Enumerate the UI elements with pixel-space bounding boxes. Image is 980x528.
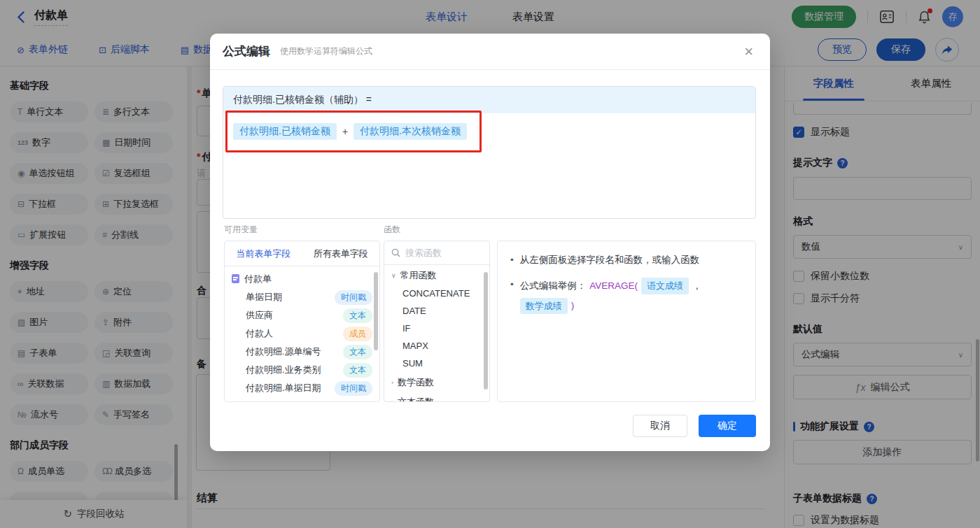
variable-row[interactable]: 付款明细.业务类别 文本	[225, 361, 379, 379]
document-icon	[232, 274, 239, 283]
type-badge: 时间戳	[335, 290, 372, 305]
bullet-icon: •	[510, 253, 514, 267]
chevron-down-icon: ∨	[391, 272, 396, 279]
formula-chip[interactable]: 付款明细.已核销金额	[233, 123, 337, 140]
function-item[interactable]: DATE	[384, 302, 489, 320]
functions-label: 函数	[384, 224, 400, 236]
help-panel: • 从左侧面板选择字段名和函数，或输入函数 • 公式编辑举例： AVERAGE(…	[497, 241, 756, 402]
example-chip: 语文成绩	[641, 278, 689, 294]
plus-operator: +	[342, 126, 348, 137]
type-badge: 文本	[343, 308, 372, 323]
variables-scrollbar[interactable]	[374, 272, 378, 350]
variable-name: 供应商	[246, 309, 273, 322]
function-group-common[interactable]: ∨ 常用函数	[384, 266, 489, 285]
modal-footer: 取消 确定	[633, 415, 756, 437]
tip-text: 从左侧面板选择字段名和函数，或输入函数	[520, 253, 700, 267]
example-function-close: )	[571, 299, 575, 313]
function-item[interactable]: SUM	[384, 355, 489, 372]
bullet-icon: •	[510, 278, 514, 314]
function-item[interactable]: CONCATENATE	[384, 285, 489, 302]
group-label: 数学函数	[398, 376, 434, 389]
variable-name: 付款明细.业务类别	[246, 364, 321, 376]
example-prefix: 公式编辑举例：	[520, 279, 587, 293]
variable-name: 单据日期	[246, 291, 282, 304]
functions-panel: ∨ 常用函数 CONCATENATE DATE IF MAPX SUM › 数学…	[384, 241, 490, 402]
variable-name: 付款明细.单据日期	[246, 382, 321, 394]
function-group-text[interactable]: › 文本函数	[384, 393, 489, 402]
formula-chip[interactable]: 付款明细.本次核销金额	[354, 123, 467, 140]
root-label: 付款单	[244, 273, 272, 285]
formula-target-bar: 付款明细.已核销金额（辅助） =	[223, 87, 755, 113]
functions-scrollbar[interactable]	[484, 272, 488, 390]
variable-row[interactable]: 付款明细.单据日期 时间戳	[225, 379, 379, 397]
function-item[interactable]: MAPX	[384, 337, 489, 355]
group-label: 文本函数	[398, 396, 434, 402]
variable-row[interactable]: 付款明细.源单编号 文本	[225, 343, 379, 361]
variable-tree-root[interactable]: 付款单	[225, 269, 379, 288]
example-chip: 数学成绩	[520, 298, 568, 315]
tab-all-form-fields[interactable]: 所有表单字段	[314, 248, 368, 260]
variable-row[interactable]: 供应商 文本	[225, 306, 379, 324]
function-item[interactable]: IF	[384, 320, 489, 337]
type-badge: 文本	[343, 363, 372, 378]
variable-row[interactable]: 单据日期 时间戳	[225, 288, 379, 306]
variables-label: 可用变量	[224, 224, 258, 236]
example-comma: ，	[692, 279, 702, 293]
close-icon[interactable]: ×	[744, 44, 753, 59]
function-search[interactable]	[384, 241, 489, 265]
function-group-math[interactable]: › 数学函数	[384, 373, 489, 392]
formula-edit-modal: 公式编辑 使用数学运算符编辑公式 × 付款明细.已核销金额（辅助） = 付款明细…	[210, 34, 770, 451]
modal-subtitle: 使用数学运算符编辑公式	[280, 45, 372, 57]
variables-tabs: 当前表单字段 所有表单字段	[225, 241, 379, 266]
formula-editor: 付款明细.已核销金额（辅助） = 付款明细.已核销金额 + 付款明细.本次核销金…	[223, 86, 756, 219]
variables-panel: 当前表单字段 所有表单字段 付款单 单据日期 时间戳 供应商 文本 付款人 成员…	[224, 241, 380, 402]
help-tip-example: • 公式编辑举例： AVERAGE( 语文成绩 ， 数学成绩 )	[510, 278, 743, 314]
type-badge: 成员	[343, 327, 372, 341]
variable-name: 付款明细.源单编号	[246, 345, 321, 358]
search-icon	[391, 248, 400, 257]
help-tip: • 从左侧面板选择字段名和函数，或输入函数	[510, 253, 743, 267]
chevron-right-icon: ›	[391, 379, 393, 386]
function-search-input[interactable]	[405, 248, 475, 258]
variable-name: 付款人	[246, 327, 273, 340]
cancel-button[interactable]: 取消	[633, 415, 687, 437]
modal-title: 公式编辑	[223, 43, 270, 59]
formula-expression[interactable]: 付款明细.已核销金额 + 付款明细.本次核销金额	[223, 113, 755, 150]
variable-row[interactable]: 付款人 成员	[225, 324, 379, 343]
type-badge: 文本	[343, 345, 372, 359]
ok-button[interactable]: 确定	[699, 415, 756, 437]
group-label: 常用函数	[400, 269, 437, 282]
type-badge: 时间戳	[335, 381, 372, 396]
chevron-right-icon: ›	[391, 399, 393, 402]
example-line: 公式编辑举例： AVERAGE( 语文成绩 ， 数学成绩 )	[520, 278, 743, 314]
tab-current-form-fields[interactable]: 当前表单字段	[236, 248, 290, 260]
example-function-open: AVERAGE(	[589, 279, 638, 293]
modal-header: 公式编辑 使用数学运算符编辑公式 ×	[210, 34, 770, 70]
